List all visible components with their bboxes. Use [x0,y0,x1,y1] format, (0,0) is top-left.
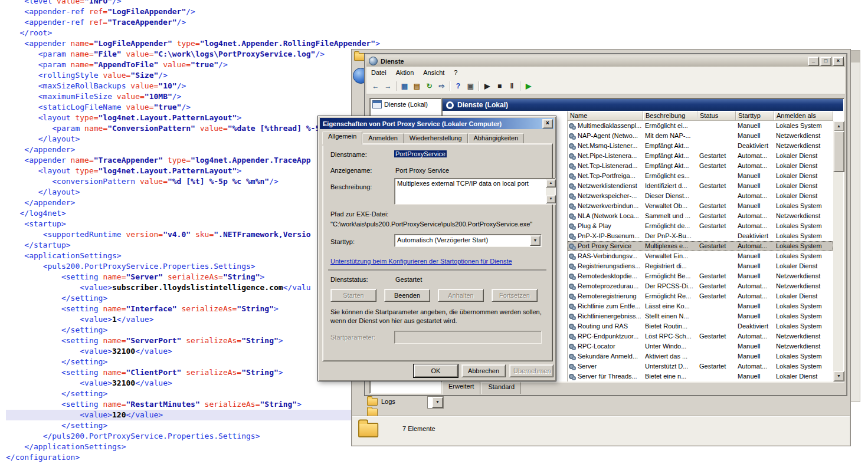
scroll-down-icon[interactable]: ▼ [546,195,556,203]
service-name: PnP-X-IP-Busenum... [578,231,640,241]
view-tab-standard[interactable]: Standard [482,382,521,394]
scroll-up-icon[interactable]: ▲ [833,121,844,131]
service-row[interactable]: Netzwerkverbindun...Verwaltet Ob...Gesta… [568,201,833,211]
label-dienstname: Dienstname: [330,151,367,158]
anhalten-button[interactable]: Anhalten [438,289,484,302]
close-icon[interactable]: × [833,57,844,66]
service-status [697,121,736,131]
stop-service-icon[interactable]: ■ [493,80,506,92]
service-gear-icon [569,153,576,160]
service-logonas: Lokales System [774,301,833,311]
service-starttype: Manuell [736,341,774,351]
service-row[interactable]: Port Proxy ServiceMultiplexes e...Gestar… [568,241,833,251]
menu-?[interactable]: ? [449,68,462,77]
service-row[interactable]: Server für Threads...Bietet eine n...Man… [568,371,833,381]
services-titlebar[interactable]: Dienste _□× [366,55,845,67]
column-header-name[interactable]: Name [568,111,643,121]
column-header-beschreibung[interactable]: Beschreibung [643,111,697,121]
forward-icon[interactable]: → [382,80,394,92]
ok-button[interactable]: OK [414,364,458,377]
dialog-tab-allgemein[interactable]: Allgemein [322,131,362,144]
startparameter-input[interactable] [394,331,542,344]
abbrechen-button[interactable]: Abbrechen [461,364,506,377]
show-console-tree-icon[interactable]: ▦ [398,80,411,92]
service-row[interactable]: Plug & PlayErmöglicht de...GestartetAuto… [568,221,833,231]
beschreibung-scrollbar[interactable]: ▲ ▼ [546,179,555,203]
beenden-button[interactable]: Beenden [384,289,430,302]
starten-button[interactable]: Starten [330,289,376,302]
startoptions-help-link[interactable]: Unterstützung beim Konfigurieren der Sta… [330,258,512,265]
column-header-status[interactable]: Status [697,111,736,121]
back-icon[interactable]: ← [369,80,382,92]
service-row[interactable]: Remoteprozedurau...Der RPCSS-Di...Gestar… [568,281,833,291]
menu-ansicht[interactable]: Ansicht [418,68,449,77]
service-row[interactable]: RPC-LocatorUnter Windo...ManuellNetzwerk… [568,341,833,351]
column-header-anmelden-als[interactable]: Anmelden als [774,111,833,121]
pause-service-icon[interactable]: ‖ [506,80,518,92]
service-name: Net.Tcp-Portfreiga... [578,171,636,181]
service-gear-icon [569,243,576,250]
dialog-titlebar[interactable]: Eigenschaften von Port Proxy Service (Lo… [320,118,554,129]
export-list-icon[interactable]: ▤ [411,80,423,92]
service-row[interactable]: NLA (Network Loca...Sammelt und ...Gesta… [568,211,833,221]
service-row[interactable]: NAP-Agent (Netwo...Mit dem NAP-...Manuel… [568,131,833,141]
scroll-down-icon[interactable]: ▼ [833,371,844,381]
value-dienstname[interactable]: PortProxyService [394,150,447,157]
beschreibung-textbox[interactable]: Multiplexes external TCP/IP data on loca… [394,178,556,205]
service-row[interactable]: Net.Tcp-Portfreiga...Ermöglicht es...Man… [568,171,833,181]
service-row[interactable]: Multimediaklassenpl...Ermöglicht ei...Ma… [568,121,833,131]
service-row[interactable]: Net.Msmq-Listener...Empfängt Akt...Deakt… [568,141,833,151]
export-icon[interactable]: ⇨ [435,80,448,92]
column-header-starttyp[interactable]: Starttyp [736,111,774,121]
service-status: Gestartet [697,291,736,301]
restart-service-icon[interactable]: ▶ [522,80,535,92]
explorer-folder-item[interactable]: Logs [367,396,395,407]
service-row[interactable]: PnP-X-IP-Busenum...Der PnP-X-Bu...Deakti… [568,231,833,241]
refresh-icon[interactable]: ↻ [423,80,435,92]
service-status [697,231,736,241]
help-icon[interactable]: ? [452,80,464,92]
service-row[interactable]: Routing und RASBietet Routin...Deaktivie… [568,321,833,331]
list-scrollbar[interactable]: ▲ ▼ [833,121,843,381]
service-name: Net.Pipe-Listenera... [578,151,637,161]
service-row[interactable]: RAS-Verbindungsv...Verwaltet Ein...Manue… [568,251,833,261]
service-row[interactable]: RPC-Endpunktzuor...Löst RPC-Sch...Gestar… [568,331,833,341]
service-row[interactable]: Remotedesktopdie...Ermöglicht Be...Gesta… [568,271,833,281]
service-name: Richtlinienergebniss... [578,311,641,321]
service-status: Gestartet [697,151,736,161]
explorer-dropdown[interactable]: ▼ [427,396,444,409]
service-row[interactable]: Sekundäre Anmeld...Aktiviert das ...Manu… [568,351,833,361]
minimize-icon[interactable]: _ [808,57,819,66]
starttyp-combobox[interactable]: Automatisch (Verzögerter Start) ▼ [394,234,542,247]
start-service-icon[interactable]: ▶ [481,80,493,92]
scroll-up-icon[interactable]: ▲ [546,179,556,187]
service-logonas: Netzwerkdienst [774,131,833,141]
service-row[interactable]: ServerUnterstützt D...GestartetAutomat..… [568,361,833,371]
service-row[interactable]: Netzwerkspeicher-...Dieser Dienst...Auto… [568,191,833,201]
restore-icon[interactable]: □ [820,57,831,66]
menu-aktion[interactable]: Aktion [391,68,419,77]
services-node-icon [372,100,382,108]
service-starttype: Automat... [736,191,774,201]
service-row[interactable]: NetzwerklistendienstIdentifiziert d...Ge… [568,181,833,191]
menu-datei[interactable]: Datei [366,68,391,77]
scrollbar-thumb[interactable] [833,131,844,172]
view-tab-erweitert[interactable]: Erweitert [442,381,480,394]
uebernehmen-button[interactable]: Übernehmen [509,364,553,377]
service-status: Gestartet [697,211,736,221]
tree-node-dienste-lokal[interactable]: Dienste (Lokal) [370,98,441,110]
properties-icon[interactable]: ▣ [464,80,477,92]
service-row[interactable]: Net.Tcp-Listenerad...Empfängt Akt...Gest… [568,161,833,171]
service-row[interactable]: Registrierungsdiens...Registriert di...M… [568,261,833,271]
service-name-cell: Richtlinienergebniss... [568,311,643,321]
service-description: Mit dem NAP-... [643,131,697,141]
service-row[interactable]: Richtlinie zum Entfe...Lässt eine Ko...M… [568,301,833,311]
service-logonas: Lokales System [774,231,833,241]
close-icon[interactable]: × [542,119,553,129]
service-row[interactable]: Richtlinienergebniss...Stellt einen N...… [568,311,833,321]
chevron-down-icon[interactable]: ▼ [432,397,443,408]
chevron-down-icon[interactable]: ▼ [530,235,541,246]
fortsetzen-button[interactable]: Fortsetzen [492,289,538,302]
service-row[interactable]: RemoteregistrierungErmöglicht Re...Gesta… [568,291,833,301]
service-row[interactable]: Net.Pipe-Listenera...Empfängt Akt...Gest… [568,151,833,161]
